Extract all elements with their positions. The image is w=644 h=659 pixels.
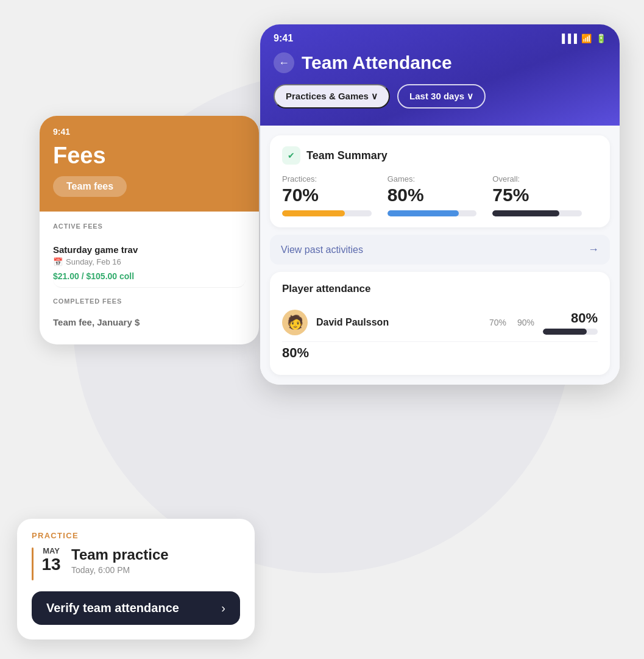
fees-item-amount: $21.00 / $105.00 coll	[53, 271, 246, 281]
practice-event-title: Team practice	[71, 546, 169, 564]
player-avatar: 🧑	[282, 310, 308, 335]
summary-badge-icon: ✔	[282, 146, 300, 165]
completed-fees-label: COMPLETED FEES	[53, 297, 246, 305]
player-name: David Paulsson	[316, 317, 481, 328]
attendance-title: Team Attendance	[302, 52, 452, 73]
overall-progress-fill	[492, 210, 559, 216]
player-overall-bar	[543, 329, 598, 335]
practices-games-filter[interactable]: Practices & Games ∨	[274, 84, 390, 109]
att-filters: Practices & Games ∨ Last 30 days ∨	[260, 73, 620, 111]
summary-title: Team Summary	[306, 149, 387, 162]
checkmark-icon: ✔	[288, 151, 295, 160]
practice-border	[32, 547, 34, 580]
fees-card: 9:41 Fees Team fees ACTIVE FEES Saturday…	[40, 116, 259, 344]
summary-stats: Practices: 70% Games: 80% Overall: 75%	[282, 174, 598, 216]
view-past-text: View past activities	[281, 244, 363, 255]
overall-stat: Overall: 75%	[492, 174, 598, 216]
summary-header: ✔ Team Summary	[282, 146, 598, 165]
verify-attendance-button[interactable]: Verify team attendance ›	[32, 591, 240, 625]
view-past-activities[interactable]: View past activities →	[270, 235, 610, 265]
calendar-icon: 📅	[53, 257, 63, 266]
player-overall-fill	[543, 329, 587, 335]
att-time: 9:41	[274, 33, 293, 44]
practices-stat: Practices: 70%	[282, 174, 387, 216]
verify-btn-arrow-icon: ›	[221, 601, 225, 615]
attendance-card: 9:41 ▐▐▐ 📶 🔋 ← Team Attendance Practices…	[260, 24, 620, 385]
player-practices-pct: 70%	[489, 318, 506, 327]
fees-item-title: Saturday game trav	[53, 244, 246, 255]
games-stat: Games: 80%	[387, 174, 493, 216]
verify-btn-label: Verify team attendance	[46, 601, 179, 615]
games-label: Games:	[387, 174, 493, 183]
practice-event-row: MAY 13 Team practice Today, 6:00 PM	[32, 546, 240, 580]
signal-icon: ▐▐▐	[559, 34, 577, 43]
battery-icon: 🔋	[596, 34, 606, 43]
partial-overall-pct: 80%	[282, 345, 309, 361]
practices-label: Practices:	[282, 174, 387, 183]
practices-value: 70%	[282, 185, 387, 205]
fees-tab[interactable]: Team fees	[53, 176, 127, 197]
attendance-header: 9:41 ▐▐▐ 📶 🔋 ← Team Attendance Practices…	[260, 24, 620, 126]
att-body: ✔ Team Summary Practices: 70% Games: 80%	[260, 126, 620, 385]
team-summary-card: ✔ Team Summary Practices: 70% Games: 80%	[270, 135, 610, 227]
practices-progress-fill	[282, 210, 345, 216]
practice-label: PRACTICE	[32, 531, 240, 540]
last-30-days-filter[interactable]: Last 30 days ∨	[397, 84, 486, 109]
practice-month: MAY	[43, 546, 60, 555]
player-section-title: Player attendance	[282, 283, 598, 295]
player-row-partial: 80%	[282, 342, 598, 364]
back-button[interactable]: ←	[274, 52, 294, 73]
fees-title: Fees	[53, 143, 246, 169]
att-title-row: ← Team Attendance	[260, 50, 620, 73]
player-row[interactable]: 🧑 David Paulsson 70% 90% 80%	[282, 304, 598, 342]
overall-progress-bar	[492, 210, 582, 216]
practices-progress-bar	[282, 210, 372, 216]
view-past-arrow-icon: →	[588, 243, 599, 256]
practice-event-time: Today, 6:00 PM	[71, 565, 169, 575]
overall-value: 75%	[492, 185, 598, 205]
games-progress-fill	[387, 210, 459, 216]
practice-card: PRACTICE MAY 13 Team practice Today, 6:0…	[17, 519, 255, 639]
fees-time: 9:41	[53, 127, 70, 137]
player-stats: 70% 90%	[489, 318, 534, 327]
fees-status-bar: 9:41	[53, 127, 246, 137]
fees-active-item[interactable]: Saturday game trav 📅 Sunday, Feb 16 $21.…	[53, 236, 246, 288]
player-attendance-section: Player attendance 🧑 David Paulsson 70% 9…	[270, 272, 610, 375]
games-progress-bar	[387, 210, 477, 216]
overall-label: Overall:	[492, 174, 598, 183]
active-fees-label: ACTIVE FEES	[53, 223, 246, 230]
player-games-pct: 90%	[517, 318, 534, 327]
att-status-bar: 9:41 ▐▐▐ 📶 🔋	[260, 24, 620, 50]
att-status-icons: ▐▐▐ 📶 🔋	[559, 34, 606, 43]
player-overall-pct: 80%	[571, 310, 598, 326]
partial-player-overall: 80%	[282, 345, 309, 361]
practice-date: MAY 13	[40, 546, 63, 574]
fees-header: 9:41 Fees Team fees	[40, 116, 259, 212]
fees-completed-item[interactable]: Team fee, January $	[53, 311, 246, 333]
player-overall: 80%	[543, 310, 598, 335]
fees-completed-title: Team fee, January $	[53, 317, 246, 327]
practice-day: 13	[41, 555, 60, 574]
wifi-icon: 📶	[581, 34, 592, 43]
fees-body: ACTIVE FEES Saturday game trav 📅 Sunday,…	[40, 212, 259, 344]
practice-info: Team practice Today, 6:00 PM	[71, 546, 169, 575]
fees-item-date: 📅 Sunday, Feb 16	[53, 257, 246, 266]
games-value: 80%	[387, 185, 493, 205]
